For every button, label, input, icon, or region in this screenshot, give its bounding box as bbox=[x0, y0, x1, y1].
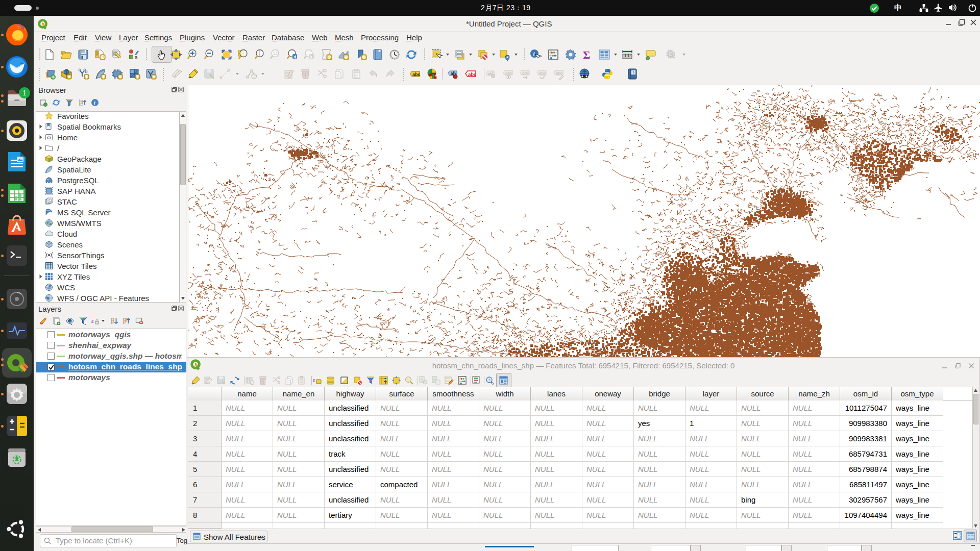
svg-text:abc: abc bbox=[468, 71, 476, 77]
svg-text:?: ? bbox=[632, 70, 635, 75]
svg-text:ε: ε bbox=[313, 377, 315, 383]
svg-text:1:1: 1:1 bbox=[273, 52, 278, 55]
svg-text:Σ: Σ bbox=[583, 48, 590, 61]
svg-text:abc: abc bbox=[505, 71, 512, 76]
svg-text:i: i bbox=[94, 100, 95, 106]
svg-text:1: 1 bbox=[22, 89, 27, 97]
svg-text:abc: abc bbox=[556, 71, 562, 76]
svg-text:abc: abc bbox=[412, 72, 421, 77]
svg-text:abc: abc bbox=[539, 71, 546, 76]
svg-text:a: a bbox=[135, 55, 138, 60]
svg-text:abc: abc bbox=[522, 71, 529, 76]
svg-text:ε: ε bbox=[91, 317, 94, 324]
